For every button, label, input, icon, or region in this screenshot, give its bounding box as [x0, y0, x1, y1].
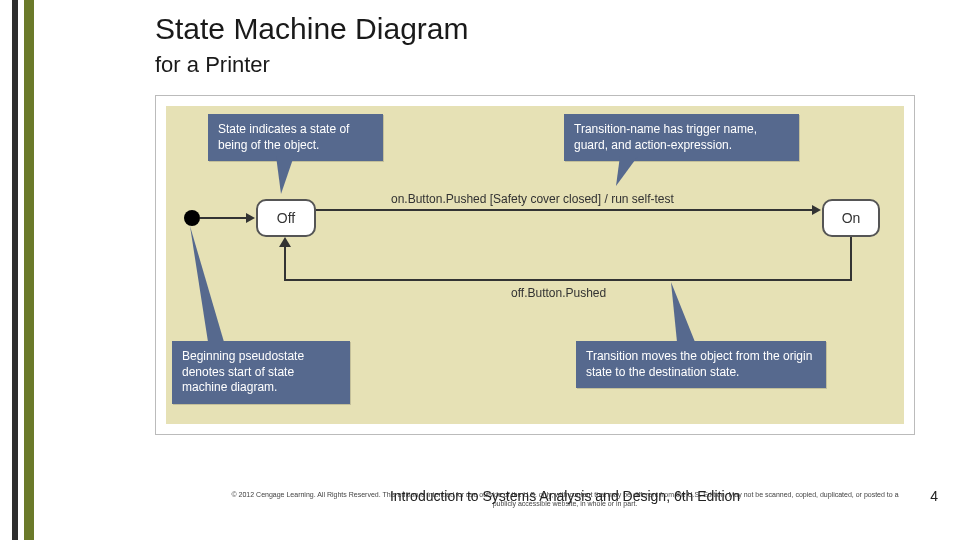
callout-pseudostate: Beginning pseudostate denotes start of s… — [172, 341, 350, 404]
arrow-on-off-v1 — [850, 237, 852, 281]
callout-transition-move-tail — [671, 282, 705, 342]
diagram-figure: State indicates a state of being of the … — [155, 95, 915, 435]
callout-pseudostate-tail — [188, 226, 228, 342]
arrow-on-off-h — [284, 279, 852, 281]
transition-label-off: off.Button.Pushed — [511, 286, 606, 300]
arrow-off-on — [316, 209, 814, 211]
callout-transition-name-tail — [616, 156, 644, 188]
slide: State Machine Diagram for a Printer Stat… — [0, 0, 960, 540]
left-border — [0, 0, 18, 540]
initial-pseudostate-icon — [184, 210, 200, 226]
svg-marker-3 — [190, 226, 224, 342]
footer-book-title: Introduction to Systems Analysis and Des… — [230, 488, 900, 504]
page-number: 4 — [930, 488, 938, 504]
callout-transition-move: Transition moves the object from the ori… — [576, 341, 826, 388]
arrow-on-off-v2 — [284, 246, 286, 281]
diagram-canvas: State indicates a state of being of the … — [166, 106, 904, 424]
arrow-on-off-head — [279, 237, 291, 247]
svg-marker-4 — [671, 282, 695, 342]
callout-state: State indicates a state of being of the … — [208, 114, 383, 161]
svg-marker-0 — [276, 156, 294, 194]
slide-title: State Machine Diagram — [155, 12, 468, 46]
arrow-initial-off-head — [246, 213, 255, 223]
arrow-off-on-head — [812, 205, 821, 215]
accent-strip — [24, 0, 34, 540]
transition-label-on: on.Button.Pushed [Safety cover closed] /… — [391, 192, 674, 206]
svg-marker-1 — [616, 156, 638, 186]
slide-subtitle: for a Printer — [155, 52, 270, 78]
state-on: On — [822, 199, 880, 237]
arrow-initial-off — [200, 217, 248, 219]
callout-state-tail — [276, 156, 306, 196]
callout-transition-name: Transition-name has trigger name, guard,… — [564, 114, 799, 161]
state-off: Off — [256, 199, 316, 237]
svg-marker-2 — [279, 237, 291, 247]
